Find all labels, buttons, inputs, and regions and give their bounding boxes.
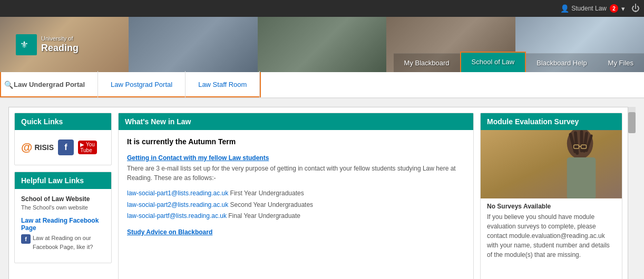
- helpful-links-header: Helpful Law Links: [15, 172, 111, 189]
- subtabs-container: Law Undergrad Portal Law Postgrad Portal…: [0, 72, 644, 98]
- nav-my-blackboard[interactable]: My Blackboard: [394, 53, 460, 72]
- facebook-line2: Facebook Page, like it?: [33, 244, 93, 250]
- contact-link[interactable]: Getting in Contact with my fellow Law st…: [127, 154, 465, 162]
- svg-text:⚜: ⚜: [20, 39, 28, 50]
- nav-blackboard-help[interactable]: Blackboard Help: [526, 53, 597, 72]
- middle-column: What's New in Law It is currently the Au…: [118, 113, 474, 279]
- subtab-law-postgrad[interactable]: Law Postgrad Portal: [98, 71, 186, 97]
- header-nav: My Blackboard School of Law Blackboard H…: [394, 52, 644, 72]
- facebook-title[interactable]: Law at Reading Facebook Page: [21, 217, 105, 232]
- uni-name: University of Reading: [41, 35, 79, 55]
- user-label: Student Law: [571, 5, 607, 12]
- notification-badge[interactable]: 2: [610, 4, 618, 13]
- facebook-small-icon: f: [21, 234, 31, 244]
- school-website-desc: The School's own website: [21, 204, 105, 212]
- scrollbar-track[interactable]: [628, 107, 636, 133]
- power-icon[interactable]: ⏻: [631, 4, 640, 13]
- whats-new-header: What's New in Law: [119, 113, 473, 130]
- content-frame: Quick Links @ RISIS f ▶ YouTube Helpful …: [8, 107, 628, 279]
- facebook-line1: Law at Reading on our: [33, 235, 91, 241]
- email-2[interactable]: law-social-part2@lists.reading.ac.uk Sec…: [127, 200, 465, 211]
- email-list: law-social-part1@lists.reading.ac.uk Fir…: [127, 188, 465, 222]
- facebook-section: Law at Reading Facebook Page f Law at Re…: [21, 217, 105, 251]
- no-surveys-title: No Surveys Available: [481, 198, 622, 212]
- nav-my-files[interactable]: My Files: [598, 53, 644, 72]
- quick-links-card: Quick Links @ RISIS f ▶ YouTube: [14, 113, 112, 165]
- module-image-svg: [481, 130, 622, 198]
- svg-rect-2: [481, 130, 622, 198]
- youtube-icon[interactable]: ▶ YouTube: [78, 141, 97, 154]
- risis-link[interactable]: RISIS: [34, 143, 54, 152]
- quick-links-body: @ RISIS f ▶ YouTube: [15, 130, 111, 165]
- whats-new-body: It is currently the Autumn Term Getting …: [119, 130, 473, 245]
- email-1[interactable]: law-social-part1@lists.reading.ac.uk Fir…: [127, 188, 465, 200]
- whats-new-card: What's New in Law It is currently the Au…: [118, 113, 474, 279]
- contact-text: There are 3 e-mail lists set up for the …: [127, 164, 465, 183]
- autumn-term: It is currently the Autumn Term: [127, 137, 465, 146]
- user-icon: 👤: [560, 4, 569, 13]
- study-advice-link[interactable]: Study Advice on Blackboard: [127, 228, 465, 236]
- at-icon[interactable]: @: [21, 141, 32, 154]
- module-survey-image: [481, 130, 622, 198]
- helpful-links-card: Helpful Law Links School of Law Website …: [14, 172, 112, 263]
- school-website-section: School of Law Website The School's own w…: [21, 195, 105, 212]
- subtab-law-undergrad[interactable]: Law Undergrad Portal: [1, 71, 98, 97]
- nav-school-of-law[interactable]: School of Law: [460, 52, 526, 72]
- module-survey-header: Module Evaluation Survey: [481, 113, 622, 130]
- facebook-desc: f Law at Reading on our Facebook Page, l…: [21, 234, 105, 251]
- svg-rect-9: [567, 157, 596, 198]
- banner-photo-3: [258, 17, 386, 72]
- dropdown-icon[interactable]: ▾: [621, 5, 625, 13]
- search-area: 🔍: [4, 81, 13, 89]
- helpful-links-body: School of Law Website The School's own w…: [15, 189, 111, 263]
- top-bar: 👤 Student Law 2 ▾ ⏻: [0, 0, 644, 17]
- quick-links-header: Quick Links: [15, 113, 111, 130]
- banner-photo-2: [129, 17, 257, 72]
- no-surveys-text: If you believe you should have module ev…: [481, 212, 622, 266]
- scrollbar-thumb[interactable]: [628, 112, 636, 133]
- left-column: Quick Links @ RISIS f ▶ YouTube Helpful …: [14, 113, 112, 279]
- school-website-title[interactable]: School of Law Website: [21, 195, 105, 203]
- university-logo[interactable]: ⚜ University of Reading: [16, 34, 79, 55]
- right-column: Module Evaluation Survey: [480, 113, 622, 279]
- logo-icon: ⚜: [16, 34, 37, 55]
- facebook-icon[interactable]: f: [58, 140, 74, 155]
- user-info: 👤 Student Law: [560, 4, 607, 13]
- study-advice-section: Study Advice on Blackboard: [127, 228, 465, 236]
- module-survey-card: Module Evaluation Survey: [480, 113, 622, 279]
- email-3[interactable]: law-social-partf@lists.reading.ac.uk Fin…: [127, 211, 465, 222]
- subtab-law-staff[interactable]: Law Staff Room: [186, 71, 260, 97]
- main-wrapper: Quick Links @ RISIS f ▶ YouTube Helpful …: [0, 98, 644, 279]
- header-banner: ⚜ University of Reading My Blackboard Sc…: [0, 17, 644, 72]
- search-icon: 🔍: [4, 81, 13, 89]
- quick-links-icons: @ RISIS f ▶ YouTube: [21, 136, 105, 158]
- contact-section: Getting in Contact with my fellow Law st…: [127, 154, 465, 222]
